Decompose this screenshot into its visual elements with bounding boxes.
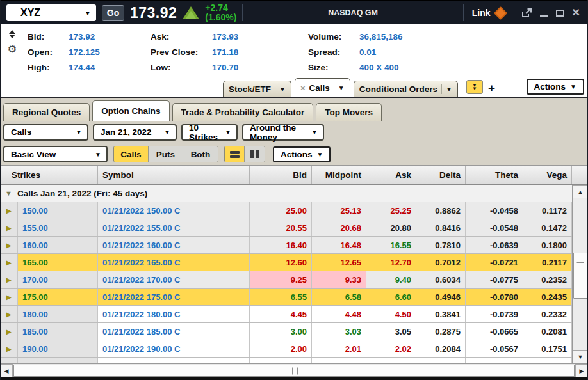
symbol-input[interactable]: XYZ ▼ — [6, 4, 96, 21]
vega-cell[interactable]: 0.2352 — [523, 271, 572, 288]
scroll-up-button[interactable]: ▲ — [573, 185, 588, 198]
mid-cell[interactable]: 6.58 — [312, 289, 366, 305]
chevron-down-icon[interactable]: ▼ — [338, 84, 345, 91]
strike-cell[interactable]: 175.00 — [18, 289, 98, 305]
symbol-cell[interactable]: 01/21/2022 155.00 C — [98, 219, 250, 236]
scroll-right-button[interactable]: ▶ — [575, 364, 588, 377]
vega-cell[interactable]: 0.2332 — [523, 306, 572, 322]
bid-cell[interactable]: 9.25 — [250, 271, 312, 288]
ask-cell[interactable]: 4.50 — [366, 306, 416, 322]
column-header-symbol[interactable]: Symbol — [98, 166, 250, 184]
expand-tabs-button[interactable]: ▼ ▼ — [466, 80, 483, 94]
column-header-theta[interactable]: Theta — [466, 166, 523, 184]
table-row[interactable]: ▶180.0001/21/2022 180.00 C4.454.484.500.… — [0, 306, 572, 323]
tab-trade-probability-calculator[interactable]: Trade & Probability Calculator — [172, 103, 314, 121]
strike-cell[interactable]: 150.00 — [18, 202, 98, 219]
delta-cell[interactable]: 0.8862 — [416, 202, 466, 219]
subtab-calls[interactable]: × Calls ▼ — [295, 78, 350, 97]
delta-cell[interactable]: 0.2875 — [416, 323, 466, 340]
actions-menu-button[interactable]: Actions ▼ — [527, 79, 584, 95]
mid-cell[interactable]: 2.01 — [312, 340, 366, 357]
vertical-scroll-thumb[interactable] — [573, 253, 587, 299]
theta-cell[interactable]: -0.0775 — [466, 271, 523, 288]
strike-cell[interactable]: 165.00 — [18, 254, 98, 271]
vertical-scrollbar[interactable]: ▲ ▼ — [572, 185, 588, 363]
theta-cell[interactable]: -0.0567 — [466, 340, 523, 357]
ask-cell[interactable]: 6.60 — [366, 289, 416, 305]
option-type-dropdown[interactable]: Calls ▼ — [3, 124, 88, 141]
vega-cell[interactable]: 0.1472 — [523, 219, 572, 236]
ask-cell[interactable]: 20.80 — [366, 219, 416, 236]
ask-cell[interactable]: 2.02 — [366, 340, 416, 357]
ask-cell[interactable]: 16.55 — [366, 237, 416, 253]
bid-cell[interactable]: 25.00 — [250, 202, 312, 219]
strike-cell[interactable]: 190.00 — [18, 340, 98, 357]
segment-calls[interactable]: Calls — [114, 146, 149, 162]
strike-cell[interactable]: 160.00 — [18, 237, 98, 253]
collapse-group-icon[interactable]: ▼ — [5, 189, 12, 197]
symbol-cell[interactable]: 01/21/2022 165.00 C — [98, 254, 250, 271]
bid-cell[interactable]: 12.60 — [250, 254, 312, 271]
collapse-panel-icon[interactable] — [9, 30, 15, 38]
close-tab-icon[interactable]: × — [300, 83, 306, 93]
theta-cell[interactable]: -0.0458 — [466, 202, 523, 219]
expiration-group-row[interactable]: ▼ Calls Jan 21, 2022 (Fri: 45 days) — [0, 185, 572, 202]
table-row[interactable]: ▶160.0001/21/2022 160.00 C16.4016.4816.5… — [0, 237, 572, 254]
side-by-side-layout-button[interactable] — [245, 146, 265, 162]
ask-cell[interactable]: 9.40 — [366, 271, 416, 288]
moneyness-dropdown[interactable]: Around the Money ▼ — [242, 124, 324, 141]
symbol-cell[interactable]: 01/21/2022 190.00 C — [98, 340, 250, 357]
table-row[interactable]: ▶165.0001/21/2022 165.00 C12.6012.6512.7… — [0, 254, 572, 271]
link-diamond-icon[interactable] — [493, 6, 507, 19]
theta-cell[interactable]: -0.0780 — [466, 289, 523, 305]
expiration-dropdown[interactable]: Jan 21, 2022 ▼ — [93, 124, 177, 141]
view-dropdown[interactable]: Basic View ▼ — [3, 146, 108, 162]
delta-cell[interactable]: 0.3841 — [416, 306, 466, 322]
maximize-icon[interactable] — [556, 10, 564, 17]
mid-cell[interactable]: 16.48 — [312, 237, 366, 253]
symbol-cell[interactable]: 01/21/2022 175.00 C — [98, 289, 250, 305]
link-control[interactable]: Link — [470, 8, 508, 18]
tab-regional-quotes[interactable]: Regional Quotes — [3, 103, 90, 121]
delta-cell[interactable]: 0.6034 — [416, 271, 466, 288]
bid-cell[interactable]: 2.00 — [250, 340, 312, 357]
row-expander[interactable]: ▶ — [0, 340, 18, 357]
pop-out-icon[interactable] — [521, 8, 532, 18]
row-expander[interactable]: ▶ — [0, 219, 18, 236]
row-expander[interactable]: ▶ — [0, 254, 18, 271]
strike-cell[interactable]: 185.00 — [18, 323, 98, 340]
strikes-count-dropdown[interactable]: 10 Strikes ▼ — [181, 124, 238, 141]
vega-cell[interactable]: 0.1172 — [523, 202, 572, 219]
table-row[interactable]: ▶170.0001/21/2022 170.00 C9.259.339.400.… — [0, 271, 572, 289]
subtab-stock-etf[interactable]: Stock/ETF ▼ — [223, 81, 291, 97]
vega-cell[interactable]: 0.2117 — [523, 254, 572, 271]
bid-cell[interactable]: 3.00 — [250, 323, 312, 340]
symbol-cell[interactable]: 01/21/2022 150.00 C — [98, 202, 250, 219]
delta-cell[interactable]: 0.4946 — [416, 289, 466, 305]
column-header-ask[interactable]: Ask — [366, 166, 416, 184]
column-header-vega[interactable]: Vega — [523, 166, 572, 184]
vega-cell[interactable]: 0.1751 — [523, 340, 572, 357]
column-header-midpoint[interactable]: Midpoint — [312, 166, 366, 184]
column-header-bid[interactable]: Bid — [250, 166, 312, 184]
mid-cell[interactable]: 12.65 — [312, 254, 366, 271]
strike-cell[interactable]: 155.00 — [18, 219, 98, 236]
close-icon[interactable]: ✕ — [572, 8, 580, 18]
delta-cell[interactable]: 0.7012 — [416, 254, 466, 271]
scroll-down-button[interactable]: ▼ — [573, 350, 588, 363]
chevron-down-icon[interactable]: ▼ — [279, 86, 286, 93]
horizontal-scrollbar[interactable]: ◀ ▶ — [0, 363, 588, 377]
symbol-cell[interactable]: 01/21/2022 180.00 C — [98, 306, 250, 322]
tab-top-movers[interactable]: Top Movers — [316, 103, 382, 121]
add-tab-button[interactable]: + — [488, 82, 495, 94]
row-expander[interactable]: ▶ — [0, 237, 18, 253]
strike-cell[interactable]: 170.00 — [18, 271, 98, 288]
column-header-delta[interactable]: Delta — [416, 166, 466, 184]
row-expander[interactable]: ▶ — [0, 289, 18, 305]
theta-cell[interactable]: -0.0548 — [466, 219, 523, 236]
delta-cell[interactable]: 0.2084 — [416, 340, 466, 357]
strike-cell[interactable]: 180.00 — [18, 306, 98, 322]
theta-cell[interactable]: -0.0639 — [466, 237, 523, 253]
chevron-down-icon[interactable]: ▼ — [85, 10, 91, 17]
tab-option-chains[interactable]: Option Chains — [92, 100, 169, 121]
